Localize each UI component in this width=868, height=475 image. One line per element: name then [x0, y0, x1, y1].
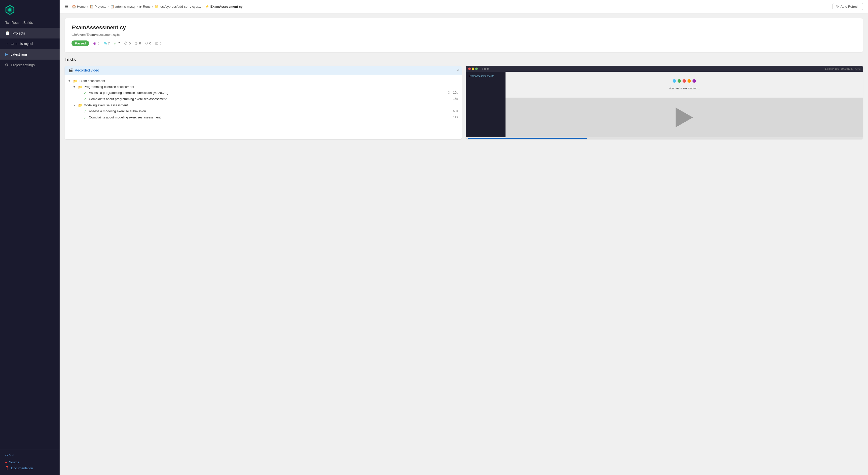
docs-link[interactable]: ❓ Documentation: [5, 465, 55, 471]
source-icon: ●: [5, 460, 7, 464]
toggle-exam[interactable]: ▾: [68, 79, 71, 83]
test-row-modeling-sub[interactable]: ✓ Assess a modeling exercise submission …: [68, 108, 458, 115]
breadcrumb-sep-5: ›: [203, 5, 203, 8]
tree-container: ▾ 📁 Exam assessment ▾ 📁 Programming exer…: [65, 75, 462, 124]
stat-icon-cyan: ◎: [103, 41, 107, 46]
duration-complaints-model: 11s: [445, 116, 458, 119]
stat-value-0b: 0: [139, 41, 141, 45]
stat-gray-3: ↺ 0: [145, 41, 151, 46]
version-label[interactable]: v2.5.4: [5, 453, 55, 457]
topbar: ☰ 🏠 Home › 📋 Projects › 📋 artemis-mysql …: [60, 0, 868, 13]
hamburger-icon[interactable]: ☰: [65, 4, 68, 9]
video-camera-icon: 🎬: [68, 68, 73, 72]
toggle-programming[interactable]: ▾: [73, 85, 76, 89]
sidebar-project-label: artemis-mysql: [11, 42, 33, 46]
breadcrumb-testfile: 📁 test/cypress/add-sorry-cypr... ›: [154, 5, 203, 8]
home-icon: 🏠: [72, 5, 76, 8]
video-preview-panel: Specs Electron 106 1920x1080 (41%) ExamA…: [466, 66, 863, 139]
builds-icon: 🏗: [5, 20, 9, 25]
tests-heading: Tests: [65, 57, 863, 62]
testfile-label: test/cypress/add-sorry-cypr...: [159, 5, 201, 8]
sidebar-item-latest-runs[interactable]: ▶ Latest runs: [0, 49, 60, 60]
window-controls: [468, 67, 478, 70]
stat-gray-2: ⊘ 0: [134, 41, 141, 46]
dot-cyan: [673, 79, 676, 83]
stat-icon-clock: ⏱: [124, 41, 128, 45]
stat-gray-1: ⏱ 0: [124, 41, 131, 45]
dot-green: [678, 79, 681, 83]
video-sidebar-panel: ExamAssessment.cy.ts: [466, 72, 505, 137]
test-row-complaints-prog[interactable]: ✓ Complaints about programming exercises…: [68, 96, 458, 102]
sidebar-logo: [0, 0, 60, 18]
video-main-area: Your tests are loading...: [505, 72, 863, 137]
dot-minimize: [472, 67, 474, 70]
artemis-link[interactable]: 📋 artemis-mysql: [110, 5, 135, 8]
runs-link[interactable]: ▶ Runs: [140, 5, 151, 8]
projects-link[interactable]: 📋 Projects: [90, 5, 106, 8]
stat-green: ✓ 7: [114, 41, 120, 46]
collapse-button[interactable]: <: [457, 68, 459, 72]
recorded-video-tab[interactable]: 🎬 Recorded video <: [65, 66, 462, 75]
source-link[interactable]: ● Source: [5, 459, 55, 465]
test-tree-panel: 🎬 Recorded video < ▾ 📁 Exam assessment: [65, 66, 462, 139]
folder-icon-modeling: 📁: [78, 103, 82, 107]
artemis-label: artemis-mysql: [115, 5, 135, 8]
stat-value-0a: 0: [129, 41, 131, 45]
sidebar-item-project-name[interactable]: ← artemis-mysql: [0, 38, 60, 49]
folder-exam-assessment[interactable]: ▾ 📁 Exam assessment: [68, 78, 458, 84]
dot-maximize: [475, 67, 478, 70]
breadcrumb-projects: 📋 Projects ›: [90, 5, 109, 8]
docs-icon: ❓: [5, 466, 9, 470]
page-body: ExamAssessment cy e2e/exam/ExamAssessmen…: [60, 13, 868, 475]
folder-label-exam: Exam assessment: [79, 79, 105, 83]
dot-orange: [687, 79, 691, 83]
exam-title: ExamAssessment cy: [71, 24, 856, 31]
stat-value-7b: 7: [118, 41, 120, 45]
folder-programming[interactable]: ▾ 📁 Programming exercise assessment: [68, 84, 458, 90]
breadcrumb-current: ⚡ ExamAssessment cy: [205, 5, 243, 8]
sidebar-item-projects[interactable]: 📋 Projects: [0, 28, 60, 38]
stat-icon-purple: ⊕: [93, 41, 96, 46]
projects-icon: 📋: [5, 31, 10, 35]
sidebar-item-recent-builds[interactable]: 🏗 Recent Builds: [0, 18, 60, 28]
specs-label: Specs: [482, 67, 489, 70]
folder-label-modeling: Modeling exercise assessment: [84, 103, 128, 107]
breadcrumb-artemis: 📋 artemis-mysql ›: [110, 5, 138, 8]
stat-purple: ⊕ 5: [93, 41, 99, 46]
test-label-modeling-sub: Assess a modeling exercise submission: [89, 109, 444, 113]
breadcrumb-home: 🏠 Home ›: [72, 5, 88, 8]
sidebar-item-project-settings[interactable]: ⚙ Project settings: [0, 60, 60, 70]
runs-icon-bc: ▶: [140, 5, 142, 8]
breadcrumb-runs: ▶ Runs ›: [140, 5, 153, 8]
check-icon-complaints-model: ✓: [84, 116, 87, 120]
filepath: e2e/exam/ExamAssessment.cy.ts: [71, 33, 856, 36]
test-row-manual[interactable]: ✓ Assess a programming exercise submissi…: [68, 90, 458, 96]
play-button-area[interactable]: [505, 98, 863, 137]
folder-label-programming: Programming exercise assessment: [84, 85, 134, 89]
cypress-logo-icon: [5, 5, 15, 15]
video-bottom-bar: [466, 137, 863, 139]
sidebar-item-label: Projects: [12, 31, 25, 35]
test-row-complaints-model[interactable]: ✓ Complaints about modeling exercises as…: [68, 115, 458, 121]
auto-refresh-button[interactable]: ↻ Auto Refresh: [833, 3, 863, 10]
dot-purple: [692, 79, 696, 83]
docs-label: Documentation: [11, 466, 33, 470]
artemis-icon: 📋: [110, 5, 114, 8]
home-label: Home: [77, 5, 86, 8]
status-badge: Passed: [71, 40, 89, 46]
home-link[interactable]: 🏠 Home: [72, 5, 86, 8]
dot-close: [468, 67, 471, 70]
sidebar-item-label: Recent Builds: [11, 21, 33, 25]
sidebar-item-label: Latest runs: [10, 53, 28, 56]
folder-modeling[interactable]: ▾ 📁 Modeling exercise assessment: [68, 102, 458, 108]
auto-refresh-label: Auto Refresh: [840, 5, 859, 8]
testfile-link[interactable]: 📁 test/cypress/add-sorry-cypr...: [154, 5, 201, 8]
toggle-modeling[interactable]: ▾: [73, 103, 76, 107]
refresh-icon: ↻: [836, 5, 839, 8]
folder-icon-programming: 📁: [78, 85, 82, 89]
runs-icon: ▶: [5, 52, 8, 57]
stat-icon-square: ⊡: [155, 41, 158, 46]
stat-cyan: ◎ 7: [103, 41, 110, 46]
stat-value-7a: 7: [108, 41, 110, 45]
video-progress-bar: [468, 138, 587, 139]
